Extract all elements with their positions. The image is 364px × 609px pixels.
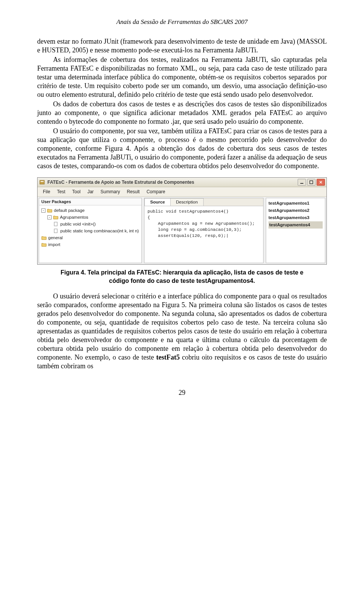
paragraph-3: Os dados de cobertura dos casos de teste… bbox=[37, 100, 327, 126]
list-item[interactable]: testAgrupamentos3 bbox=[268, 214, 323, 221]
minimize-button[interactable] bbox=[298, 179, 306, 186]
folder-icon bbox=[47, 208, 52, 213]
paragraph-5: O usuário deverá selecionar o critério e… bbox=[37, 292, 327, 371]
menu-jar[interactable]: Jar bbox=[84, 188, 97, 195]
client-area: User Packages - default package - Agrupa… bbox=[38, 197, 326, 264]
figure-caption: Figura 4. Tela principal da FATEsC: hier… bbox=[54, 268, 310, 285]
tree-label: public static long combinacao(int k, int… bbox=[60, 227, 139, 234]
tree-node[interactable]: - default package bbox=[40, 207, 141, 214]
tree-label: import bbox=[48, 241, 60, 248]
tree-label: Agrupamentos bbox=[60, 214, 88, 221]
figure-4: FATEsC - Ferramenta de Apoio ao Teste Es… bbox=[37, 177, 327, 285]
tree-label: public void <init>() bbox=[60, 221, 96, 227]
running-head: Anais da Sessão de Ferramentas do SBCARS… bbox=[37, 18, 327, 26]
app-window: FATEsC - Ferramenta de Apoio ao Teste Es… bbox=[37, 177, 327, 265]
file-icon bbox=[53, 222, 59, 226]
page-number: 29 bbox=[37, 389, 327, 397]
toggle-icon[interactable]: - bbox=[41, 208, 46, 213]
menu-compare[interactable]: Compare bbox=[143, 188, 168, 195]
left-pane: User Packages - default package - Agrupa… bbox=[39, 198, 142, 263]
menu-result[interactable]: Result bbox=[124, 188, 143, 195]
tab-source[interactable]: Source bbox=[144, 198, 171, 206]
window-buttons bbox=[298, 179, 325, 186]
list-item[interactable]: testAgrupamentos2 bbox=[268, 207, 323, 214]
menubar: File Test Tool Jar Summary Result Compar… bbox=[38, 187, 326, 197]
menu-file[interactable]: File bbox=[40, 188, 53, 195]
toggle-icon[interactable]: - bbox=[47, 215, 52, 219]
menu-test[interactable]: Test bbox=[54, 188, 68, 195]
menu-tool[interactable]: Tool bbox=[69, 188, 83, 195]
tree-node[interactable]: - Agrupamentos bbox=[40, 214, 141, 221]
tree-node[interactable]: public static long combinacao(int k, int… bbox=[40, 227, 141, 234]
tree-label: general bbox=[48, 234, 63, 241]
menu-summary[interactable]: Summary bbox=[97, 188, 123, 195]
left-pane-header: User Packages bbox=[39, 198, 141, 205]
titlebar: FATEsC - Ferramenta de Apoio ao Teste Es… bbox=[38, 178, 326, 187]
source-view[interactable]: public void testAgrupamentos4() { Agrupa… bbox=[144, 206, 263, 263]
center-pane: Source Description public void testAgrup… bbox=[144, 198, 264, 263]
window-title: FATEsC - Ferramenta de Apoio ao Teste Es… bbox=[47, 180, 298, 185]
list-item-selected[interactable]: testAgrupamentos4 bbox=[268, 221, 323, 229]
tree-node[interactable]: public void <init>() bbox=[40, 221, 141, 227]
paragraph-1: devem estar no formato JUnit (framework … bbox=[37, 37, 327, 55]
paragraph-5a: O usuário deverá selecionar o critério e… bbox=[37, 292, 327, 361]
tree-node[interactable]: import bbox=[40, 241, 141, 248]
tab-description[interactable]: Description bbox=[170, 198, 204, 206]
maximize-button[interactable] bbox=[307, 179, 315, 186]
page: Anais da Sessão de Ferramentas do SBCARS… bbox=[0, 0, 364, 418]
close-button[interactable] bbox=[317, 179, 325, 186]
package-tree[interactable]: - default package - Agrupamentos public … bbox=[39, 205, 141, 249]
app-icon bbox=[39, 179, 45, 185]
svg-rect-0 bbox=[40, 180, 44, 184]
tabs: Source Description bbox=[144, 198, 263, 206]
folder-icon bbox=[41, 242, 47, 247]
paragraph-4: O usuário do componente, por sua vez, ta… bbox=[37, 127, 327, 170]
list-item[interactable]: testAgrupamentos1 bbox=[268, 200, 323, 207]
svg-rect-5 bbox=[54, 229, 57, 233]
tree-node[interactable]: general bbox=[40, 234, 141, 241]
tree-label: default package bbox=[54, 207, 85, 214]
svg-rect-1 bbox=[41, 181, 44, 182]
folder-icon bbox=[41, 235, 47, 240]
paragraph-2: As informações de cobertura dos testes, … bbox=[37, 55, 327, 99]
svg-rect-3 bbox=[310, 181, 313, 184]
testcase-list[interactable]: testAgrupamentos1 testAgrupamentos2 test… bbox=[266, 198, 325, 230]
file-icon bbox=[53, 229, 59, 233]
right-pane: testAgrupamentos1 testAgrupamentos2 test… bbox=[266, 198, 325, 263]
svg-rect-4 bbox=[54, 222, 57, 226]
folder-icon bbox=[53, 215, 58, 219]
svg-rect-2 bbox=[300, 183, 303, 184]
paragraph-5-bold: testFat5 bbox=[156, 353, 180, 361]
